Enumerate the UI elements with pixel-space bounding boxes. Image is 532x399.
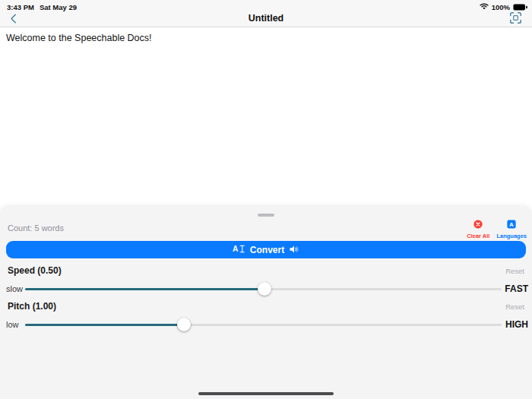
- a-square-icon: A: [507, 218, 516, 232]
- sheet-actions: Clear All A Languages: [467, 218, 527, 239]
- speed-label: Speed (0.50): [8, 265, 62, 276]
- pitch-slider-thumb[interactable]: [177, 318, 191, 331]
- svg-text:A: A: [233, 245, 239, 253]
- document-editor[interactable]: Welcome to the Speechable Docs!: [0, 28, 532, 207]
- top-bar: 3:43 PM Sat May 29 100%: [0, 0, 532, 27]
- languages-button[interactable]: A Languages: [496, 218, 527, 239]
- clock-date: Sat May 29: [40, 3, 77, 11]
- speed-slider[interactable]: [25, 282, 502, 296]
- scan-text-icon[interactable]: [510, 12, 521, 27]
- word-count: Count: 5 words: [8, 223, 64, 233]
- pitch-slider-fill: [25, 324, 184, 326]
- controls-sheet: Count: 5 words Clear All A: [0, 207, 532, 399]
- clear-all-button[interactable]: Clear All: [467, 218, 489, 239]
- svg-text:A: A: [509, 221, 514, 228]
- speaker-icon: [289, 243, 299, 257]
- convert-button[interactable]: A Convert: [6, 241, 526, 258]
- pitch-max-label: HIGH: [505, 319, 528, 330]
- sheet-drag-handle[interactable]: [258, 214, 274, 217]
- speed-max-label: FAST: [505, 283, 528, 294]
- battery-percent: 100%: [492, 3, 510, 11]
- home-indicator[interactable]: [198, 392, 334, 396]
- clear-all-label: Clear All: [467, 233, 489, 239]
- speed-reset-button[interactable]: Reset: [505, 267, 524, 275]
- speed-slider-fill: [25, 288, 264, 290]
- speed-min-label: slow: [6, 284, 23, 293]
- battery-icon: [513, 4, 527, 11]
- app-screen: 3:43 PM Sat May 29 100%: [0, 0, 532, 399]
- x-circle-icon: [473, 218, 483, 232]
- languages-label: Languages: [496, 233, 527, 239]
- pitch-min-label: low: [6, 320, 19, 329]
- status-right: 100%: [480, 3, 527, 11]
- wifi-icon: [480, 3, 489, 11]
- speed-slider-thumb[interactable]: [258, 282, 271, 296]
- pitch-label: Pitch (1.00): [8, 301, 56, 312]
- clock-time: 3:43 PM: [7, 3, 34, 11]
- pitch-slider-track[interactable]: [25, 324, 502, 326]
- document-text: Welcome to the Speechable Docs!: [6, 33, 152, 43]
- convert-label: Convert: [250, 245, 284, 255]
- page-title: Untitled: [0, 13, 532, 24]
- character-cursor-icon: A: [233, 243, 245, 257]
- status-left: 3:43 PM Sat May 29: [7, 3, 77, 11]
- pitch-reset-button[interactable]: Reset: [505, 302, 524, 311]
- pitch-slider[interactable]: [25, 318, 502, 331]
